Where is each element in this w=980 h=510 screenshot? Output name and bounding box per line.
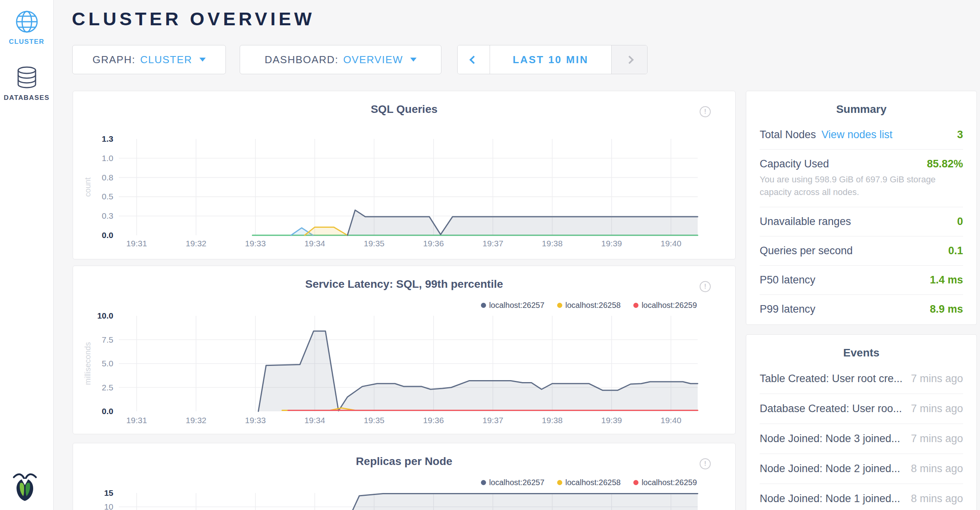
sidebar-item-databases[interactable]: DATABASES [0, 66, 53, 102]
cockroach-icon [12, 472, 38, 501]
svg-text:19:40: 19:40 [661, 416, 681, 425]
svg-text:19:34: 19:34 [304, 239, 325, 248]
svg-text:19:36: 19:36 [423, 239, 444, 248]
svg-text:10: 10 [104, 502, 113, 510]
summary-row-p99-latency: P99 latency 8.9 ms [760, 295, 963, 324]
svg-text:10.0: 10.0 [97, 311, 113, 320]
svg-text:0.3: 0.3 [102, 211, 113, 220]
svg-text:19:40: 19:40 [661, 239, 681, 248]
globe-icon [15, 10, 38, 33]
chevron-right-icon [625, 55, 633, 64]
event-row: Node Joined: Node 1 joined... 8 mins ago [760, 484, 963, 510]
svg-text:0.0: 0.0 [102, 231, 113, 240]
capacity-subtext: You are using 598.9 GiB of 697.9 GiB sto… [760, 173, 963, 199]
events-panel: Events Table Created: User root cre... 7… [746, 334, 977, 510]
dashboard-dropdown-label: DASHBOARD: [265, 54, 338, 66]
summary-title: Summary [760, 103, 963, 116]
chevron-down-icon [410, 58, 417, 62]
events-title: Events [760, 347, 963, 359]
summary-row-p50-latency: P50 latency 1.4 ms [760, 266, 963, 295]
view-nodes-list-link[interactable]: View nodes list [822, 129, 893, 141]
svg-text:1.3: 1.3 [102, 134, 113, 143]
time-range-selector: LAST 10 MIN [457, 45, 648, 74]
svg-text:7.5: 7.5 [102, 335, 113, 344]
graph-dropdown-label: GRAPH: [92, 54, 135, 66]
svg-text:19:39: 19:39 [601, 416, 622, 425]
chevron-left-icon [469, 55, 478, 64]
summary-row-capacity-used: Capacity Used 85.82% You are using 598.9… [760, 150, 963, 207]
svg-text:2.5: 2.5 [102, 383, 113, 392]
summary-value: 85.82% [927, 158, 963, 170]
cockroach-logo[interactable] [12, 472, 38, 501]
summary-row-queries-per-second: Queries per second 0.1 [760, 236, 963, 266]
graph-dropdown[interactable]: GRAPH: CLUSTER [72, 45, 226, 74]
svg-text:milliseconds: milliseconds [83, 342, 92, 385]
dashboard-dropdown[interactable]: DASHBOARD: OVERVIEW [240, 45, 441, 74]
svg-text:count: count [83, 177, 92, 197]
svg-text:19:32: 19:32 [186, 416, 207, 425]
svg-text:19:33: 19:33 [245, 239, 266, 248]
svg-text:19:34: 19:34 [304, 416, 325, 425]
svg-text:19:38: 19:38 [542, 239, 563, 248]
svg-text:19:31: 19:31 [126, 239, 147, 248]
event-row: Node Joined: Node 3 joined... 7 mins ago [760, 424, 963, 454]
svg-text:19:33: 19:33 [245, 416, 266, 425]
summary-value: 3 [957, 129, 963, 141]
service-latency-plot: 0.02.55.07.510.019:3119:3219:3319:3419:3… [73, 266, 736, 435]
time-range-label[interactable]: LAST 10 MIN [490, 45, 611, 74]
service-latency-chart-card: Service Latency: SQL, 99th percentile ! … [73, 266, 736, 434]
event-row: Table Created: User root cre... 7 mins a… [760, 364, 963, 394]
sql-queries-chart-card: SQL Queries ! 0.00.30.50.81.01.319:3119:… [73, 91, 736, 259]
svg-text:19:37: 19:37 [482, 239, 503, 248]
chevron-down-icon [199, 58, 206, 62]
summary-value: 0 [957, 216, 963, 228]
replicas-per-node-chart-card: Replicas per Node ! localhost:26257 loca… [73, 443, 736, 510]
summary-value: 8.9 ms [930, 303, 963, 315]
graph-dropdown-value: CLUSTER [140, 54, 192, 66]
svg-text:1.0: 1.0 [102, 154, 113, 163]
sql-queries-plot: 0.00.30.50.81.01.319:3119:3219:3319:3419… [73, 91, 736, 260]
svg-text:19:36: 19:36 [423, 416, 444, 425]
svg-text:19:35: 19:35 [364, 239, 385, 248]
event-row: Node Joined: Node 2 joined... 8 mins ago [760, 454, 963, 484]
svg-text:19:38: 19:38 [542, 416, 563, 425]
time-prev-button[interactable] [458, 45, 490, 74]
svg-text:0.0: 0.0 [102, 407, 113, 416]
svg-text:19:31: 19:31 [126, 416, 147, 425]
svg-text:19:35: 19:35 [364, 416, 385, 425]
svg-text:5.0: 5.0 [102, 359, 113, 368]
sidebar-item-label: CLUSTER [9, 38, 44, 46]
page-title: CLUSTER OVERVIEW [72, 8, 315, 30]
dashboard-dropdown-value: OVERVIEW [343, 54, 403, 66]
sidebar-item-cluster[interactable]: CLUSTER [0, 10, 53, 46]
replicas-per-node-plot: 15105019:3119:3219:3319:3419:3519:3619:3… [73, 443, 736, 510]
database-icon [16, 66, 38, 89]
time-next-button[interactable] [611, 45, 647, 74]
sidebar-item-label: DATABASES [4, 94, 50, 102]
summary-panel: Summary Total NodesView nodes list 3 Cap… [746, 91, 977, 325]
svg-text:19:39: 19:39 [601, 239, 622, 248]
sidebar: CLUSTER DATABASES [0, 0, 54, 510]
summary-value: 0.1 [948, 245, 963, 257]
svg-text:19:32: 19:32 [186, 239, 207, 248]
event-row: Database Created: User roo... 7 mins ago [760, 394, 963, 424]
svg-text:15: 15 [104, 488, 114, 497]
svg-text:19:37: 19:37 [482, 416, 503, 425]
summary-value: 1.4 ms [930, 274, 963, 286]
summary-row-total-nodes: Total NodesView nodes list 3 [760, 120, 963, 150]
svg-text:0.8: 0.8 [102, 173, 113, 182]
svg-text:0.5: 0.5 [102, 192, 113, 201]
summary-row-unavailable-ranges: Unavailable ranges 0 [760, 207, 963, 236]
